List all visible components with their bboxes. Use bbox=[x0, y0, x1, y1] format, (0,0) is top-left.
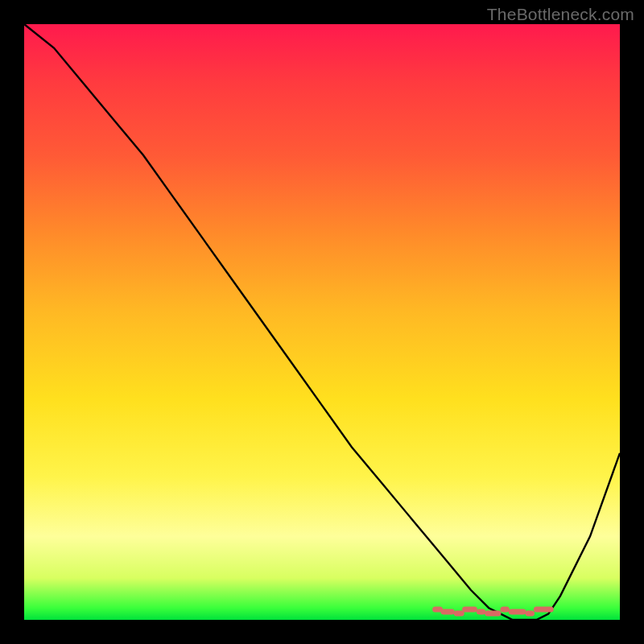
chart-frame: TheBottleneck.com bbox=[0, 0, 644, 644]
watermark-text: TheBottleneck.com bbox=[487, 5, 634, 24]
optimal-range-dash bbox=[24, 24, 620, 620]
plot-area bbox=[24, 24, 620, 620]
